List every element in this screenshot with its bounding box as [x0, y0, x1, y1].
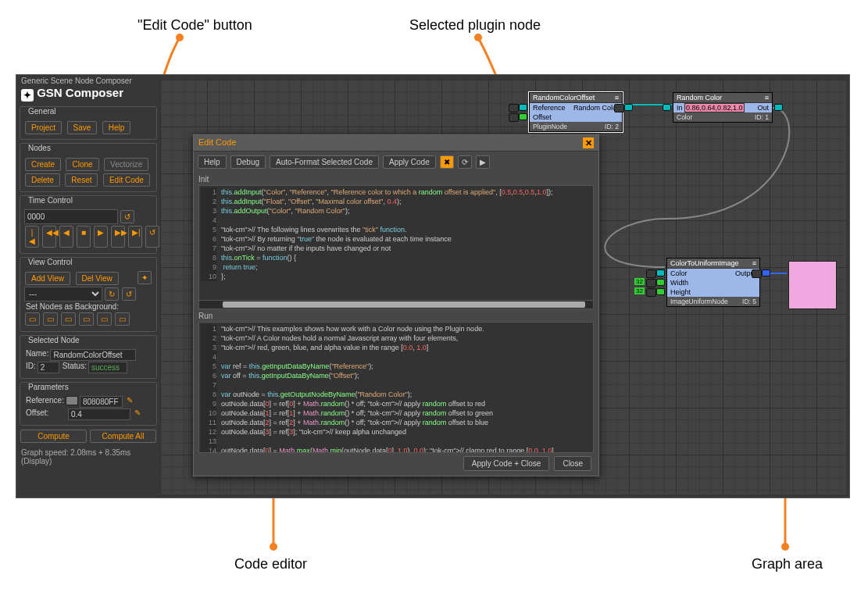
- bg-slot-1[interactable]: ▭: [25, 312, 40, 326]
- view-settings-icon[interactable]: ✦: [138, 271, 152, 284]
- selected-name-input[interactable]: [50, 349, 136, 361]
- node-menu-icon[interactable]: ≡: [615, 94, 619, 102]
- sidebar: General Project Save Help Nodes Create C…: [20, 106, 157, 465]
- svg-point-0: [176, 34, 184, 41]
- image-preview[interactable]: [788, 261, 837, 309]
- port-c2i-width-in[interactable]: [656, 279, 665, 286]
- reference-edit-icon[interactable]: ✎: [127, 396, 133, 408]
- offset-input[interactable]: [68, 408, 130, 420]
- width-chip: 32: [634, 278, 645, 285]
- node-plugin[interactable]: RandomColorOffset≡ Reference Random Colo…: [529, 92, 623, 132]
- selected-id-input[interactable]: [38, 362, 59, 373]
- port-color-out[interactable]: [774, 104, 783, 111]
- panel-time-control: Time Control ↺ |◀ ◀◀ ◀ ■ ▶ ▶▶ ▶| ↺: [20, 195, 157, 254]
- app-logo-icon: ✦: [21, 89, 34, 102]
- app-window: Generic Scene Node Composer ✦ GSN Compos…: [16, 74, 850, 498]
- ffwd-icon[interactable]: ▶▶: [111, 226, 125, 248]
- dlg-autoformat-button[interactable]: Auto-Format Selected Code: [270, 155, 379, 169]
- init-label: Init: [198, 175, 594, 184]
- time-value-input[interactable]: [24, 209, 118, 224]
- dlg-stop-icon[interactable]: ✖: [440, 155, 454, 169]
- panel-nodes: Nodes Create Clone Vectorize Delete Rese…: [20, 143, 157, 192]
- dlg-apply-button[interactable]: Apply Code: [383, 155, 436, 169]
- edit-code-button[interactable]: Edit Code: [103, 173, 150, 187]
- panel-view-control: View Control Add View Del View ✦ --- ↻ ↺…: [20, 257, 157, 332]
- node-random-color[interactable]: Random Color≡ In 0.86,0.64,0.82,1.0 Out …: [673, 92, 773, 123]
- panel-selected-node: Selected Node Name: ID: Status:: [20, 335, 157, 379]
- loop-icon[interactable]: ↺: [145, 226, 159, 248]
- reference-swatch[interactable]: [66, 396, 78, 405]
- callout-plugin-node: Selected plugin node: [409, 17, 541, 34]
- save-button[interactable]: Save: [67, 121, 98, 134]
- dlg-help-button[interactable]: Help: [198, 155, 227, 169]
- step-fwd-icon[interactable]: ▶: [94, 226, 108, 248]
- stop-icon[interactable]: ■: [77, 226, 91, 248]
- apply-close-button[interactable]: Apply Code + Close: [463, 456, 550, 471]
- reset-node-button[interactable]: Reset: [65, 173, 98, 187]
- dlg-refresh-icon[interactable]: ⟳: [458, 155, 472, 169]
- dialog-close-button[interactable]: ✕: [583, 137, 594, 148]
- svg-point-1: [474, 34, 482, 41]
- app-title: ✦ GSN Composer: [21, 86, 123, 99]
- callout-graph-area: Graph area: [752, 556, 823, 572]
- vectorize-button[interactable]: Vectorize: [104, 158, 148, 171]
- callout-edit-code: "Edit Code" button: [138, 17, 252, 34]
- panel-general: General Project Save Help: [20, 106, 157, 140]
- skip-start-icon[interactable]: |◀: [25, 226, 39, 248]
- port-c2i-color-in[interactable]: [656, 269, 665, 276]
- run-label: Run: [198, 312, 594, 320]
- height-chip: 32: [634, 287, 645, 294]
- bg-slot-6[interactable]: ▭: [115, 312, 130, 326]
- offset-edit-icon[interactable]: ✎: [134, 408, 141, 420]
- port-color-in[interactable]: [663, 104, 671, 111]
- bg-slot-3[interactable]: ▭: [61, 312, 76, 326]
- dlg-debug-button[interactable]: Debug: [230, 155, 266, 169]
- selected-status: [88, 362, 127, 373]
- node-color-to-image[interactable]: ColorToUniformImage≡ Color Output Width …: [666, 258, 760, 307]
- node-menu-icon[interactable]: ≡: [752, 259, 756, 267]
- run-code-editor[interactable]: 1"tok-cm">// This examples shows how wor…: [198, 322, 594, 453]
- dialog-titlebar[interactable]: Edit Code ✕: [194, 135, 598, 152]
- port-c2i-height-in[interactable]: [656, 288, 665, 295]
- bg-label: Set Nodes as Background:: [26, 302, 152, 311]
- init-hscroll[interactable]: [198, 300, 594, 309]
- bg-slot-5[interactable]: ▭: [97, 312, 112, 326]
- delete-node-button[interactable]: Delete: [25, 173, 60, 187]
- step-back-icon[interactable]: ◀: [59, 226, 73, 248]
- reference-hex-input[interactable]: [80, 396, 123, 408]
- port-offset-in[interactable]: [519, 113, 527, 120]
- clone-node-button[interactable]: Clone: [66, 158, 98, 171]
- dialog-toolbar: Help Debug Auto-Format Selected Code App…: [194, 152, 598, 173]
- graph-speed-label: Graph speed: 2.08ms + 8.35ms (Display): [20, 448, 157, 465]
- skip-end-icon[interactable]: ▶|: [128, 226, 142, 248]
- time-reset-icon[interactable]: ↺: [120, 210, 134, 223]
- view-cycle2-icon[interactable]: ↺: [122, 287, 136, 301]
- compute-button[interactable]: Compute: [20, 430, 87, 443]
- bg-slot-2[interactable]: ▭: [43, 312, 58, 326]
- dlg-run-icon[interactable]: ▶: [476, 155, 490, 169]
- port-c2i-output[interactable]: [762, 269, 770, 276]
- init-code-editor[interactable]: 1this.addInput("Color", "Reference", "Re…: [198, 185, 594, 301]
- port-reference-in[interactable]: [519, 104, 527, 111]
- node-menu-icon[interactable]: ≡: [765, 94, 769, 102]
- bg-slot-4[interactable]: ▭: [79, 312, 94, 326]
- color-value-chip: 0.86,0.64,0.82,1.0: [684, 103, 745, 112]
- view-select[interactable]: ---: [24, 287, 102, 301]
- port-random-color-out[interactable]: [624, 104, 633, 111]
- rewind-icon[interactable]: ◀◀: [42, 226, 56, 248]
- project-button[interactable]: Project: [25, 121, 62, 134]
- help-button[interactable]: Help: [102, 121, 131, 134]
- add-view-button[interactable]: Add View: [25, 272, 70, 285]
- create-node-button[interactable]: Create: [25, 158, 61, 171]
- code-editor-dialog: Edit Code ✕ Help Debug Auto-Format Selec…: [193, 134, 599, 476]
- del-view-button[interactable]: Del View: [76, 272, 119, 285]
- graph-canvas[interactable]: RandomColorOffset≡ Reference Random Colo…: [160, 80, 846, 494]
- compute-all-button[interactable]: Compute All: [90, 430, 156, 443]
- callout-code-editor: Code editor: [234, 556, 307, 572]
- close-button[interactable]: Close: [554, 456, 591, 471]
- svg-point-2: [270, 543, 277, 551]
- panel-parameters: Parameters Reference: ✎ Offset: ✎: [20, 382, 157, 426]
- view-cycle1-icon[interactable]: ↻: [105, 287, 119, 301]
- transport-controls: |◀ ◀◀ ◀ ■ ▶ ▶▶ ▶| ↺: [24, 225, 152, 248]
- svg-point-3: [781, 543, 789, 551]
